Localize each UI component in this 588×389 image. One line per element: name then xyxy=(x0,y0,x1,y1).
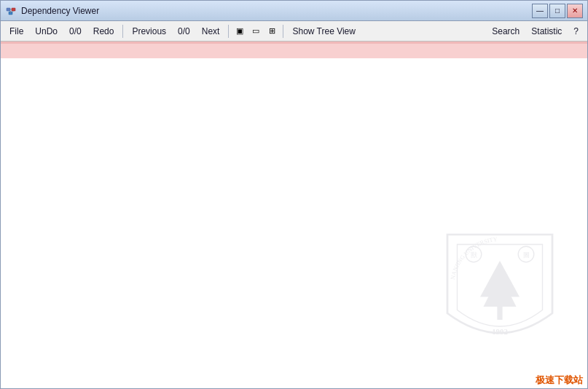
watermark: 獸 圖 1902 NANJING UNIVERSITY xyxy=(434,221,565,366)
window-title: Dependency Viewer xyxy=(21,6,532,16)
title-bar: Dependency Viewer — □ ✕ xyxy=(1,1,587,21)
bottom-label: 极速下载站 xyxy=(531,372,587,388)
menu-statistic[interactable]: Statistic xyxy=(525,23,568,39)
menu-next[interactable]: Next xyxy=(196,23,226,39)
icon-btn-3[interactable]: ⊞ xyxy=(264,24,280,39)
menu-counter: 0/0 xyxy=(63,23,87,39)
menu-help[interactable]: ? xyxy=(568,23,584,39)
svg-text:1902: 1902 xyxy=(492,327,508,336)
menu-show-tree-view[interactable]: Show Tree View xyxy=(286,23,361,39)
menu-bar: File UnDo 0/0 Redo Previous 0/0 Next ▣ ▭… xyxy=(1,21,587,42)
separator-1 xyxy=(122,25,123,38)
svg-rect-1 xyxy=(12,8,15,11)
minimize-button[interactable]: — xyxy=(532,4,548,18)
menu-search[interactable]: Search xyxy=(486,23,525,39)
svg-rect-0 xyxy=(7,8,10,11)
svg-marker-8 xyxy=(480,261,520,297)
main-window: Dependency Viewer — □ ✕ File UnDo 0/0 Re… xyxy=(0,0,588,389)
svg-text:圖: 圖 xyxy=(523,251,530,259)
menu-redo[interactable]: Redo xyxy=(87,23,120,39)
menu-undo[interactable]: UnDo xyxy=(29,23,63,39)
close-button[interactable]: ✕ xyxy=(567,4,583,18)
app-icon xyxy=(5,5,17,17)
svg-rect-6 xyxy=(497,307,502,320)
separator-2 xyxy=(228,25,229,38)
icon-btn-1[interactable]: ▣ xyxy=(232,24,248,39)
menu-previous[interactable]: Previous xyxy=(126,23,172,39)
menu-prev-counter: 0/0 xyxy=(172,23,196,39)
icon-btn-2[interactable]: ▭ xyxy=(248,24,264,39)
pink-bar xyxy=(1,44,587,58)
menu-file[interactable]: File xyxy=(4,23,29,39)
separator-3 xyxy=(283,25,283,38)
window-controls: — □ ✕ xyxy=(532,4,583,18)
content-area: 獸 圖 1902 NANJING UNIVERSITY 极速下载站 xyxy=(1,42,587,388)
maximize-button[interactable]: □ xyxy=(549,4,565,18)
